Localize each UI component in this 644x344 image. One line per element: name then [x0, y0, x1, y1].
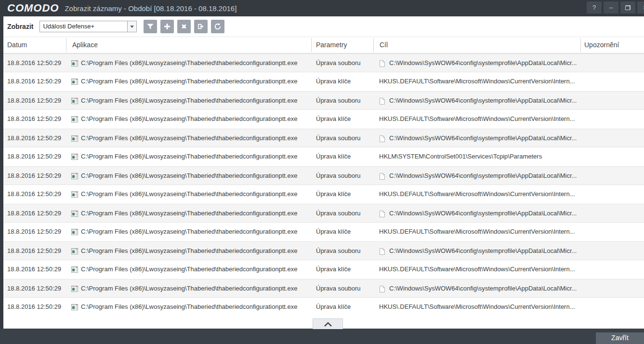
- column-header-aplikace[interactable]: Aplikace: [72, 41, 98, 49]
- datum-cell: 18.8.2016 12:50:29: [7, 223, 65, 241]
- close-window-button[interactable]: ×: [637, 1, 644, 13]
- file-icon: [379, 210, 385, 218]
- parametry-cell: Úprava klíče: [316, 72, 373, 91]
- table-row[interactable]: 18.8.2016 12:50:29 C:\Program Files (x86…: [3, 147, 644, 166]
- log-type-dropdown-value: Události Defense+: [40, 21, 127, 32]
- add-button[interactable]: [160, 20, 174, 33]
- parametry-cell: Úprava souboru: [316, 129, 373, 147]
- chevron-down-icon[interactable]: [127, 21, 136, 32]
- file-icon: [379, 248, 385, 255]
- datum-cell: 18.8.2016 12:50:29: [7, 92, 65, 109]
- column-header-datum[interactable]: Datum: [7, 41, 27, 49]
- application-icon: [71, 304, 78, 310]
- datum-cell: 18.8.2016 12:50:29: [7, 54, 65, 72]
- table-row[interactable]: 18.8.2016 12:50:29 C:\Program Files (x86…: [3, 204, 644, 223]
- aplikace-cell: C:\Program Files (x86)\Lwosyzaseing\Thab…: [81, 110, 311, 129]
- log-type-dropdown[interactable]: Události Defense+: [39, 21, 137, 32]
- application-icon: [71, 229, 78, 235]
- cil-cell: HKLM\SYSTEM\ControlSet001\Services\Tcpip…: [379, 147, 581, 166]
- file-icon: [379, 97, 385, 105]
- collapse-panel-button[interactable]: [313, 318, 343, 329]
- datum-cell: 18.8.2016 12:50:29: [7, 72, 65, 91]
- cil-cell: HKUS\.DEFAULT\Software\Microsoft\Windows…: [379, 223, 581, 241]
- table-row[interactable]: 18.8.2016 12:50:29 C:\Program Files (x86…: [3, 72, 644, 91]
- column-header-cil[interactable]: Cíl: [380, 41, 388, 49]
- upozorneni-cell: [584, 147, 644, 166]
- cil-cell: C:\Windows\SysWOW64\config\systemprofile…: [389, 129, 581, 147]
- aplikace-cell: C:\Program Files (x86)\Lwosyzaseing\Thab…: [81, 279, 311, 297]
- table-row[interactable]: 18.8.2016 12:50:29 C:\Program Files (x86…: [3, 166, 644, 185]
- remove-button[interactable]: [177, 20, 191, 33]
- table-row[interactable]: 18.8.2016 12:50:29 C:\Program Files (x86…: [3, 91, 644, 110]
- column-divider: [580, 38, 581, 52]
- datum-cell: 18.8.2016 12:50:29: [7, 129, 65, 147]
- application-icon: [71, 248, 78, 254]
- cil-cell: HKUS\.DEFAULT\Software\Microsoft\Windows…: [379, 110, 581, 129]
- application-icon: [71, 173, 78, 179]
- aplikace-cell: C:\Program Files (x86)\Lwosyzaseing\Thab…: [81, 260, 311, 279]
- close-dialog-button[interactable]: Zavřít: [596, 332, 644, 344]
- datum-cell: 18.8.2016 12:50:29: [7, 204, 65, 222]
- parametry-cell: Úprava klíče: [316, 147, 373, 166]
- parametry-cell: Úprava klíče: [316, 260, 373, 279]
- show-label: Zobrazit: [7, 23, 33, 30]
- column-header-parametry[interactable]: Parametry: [316, 41, 347, 49]
- log-table: 18.8.2016 12:50:29 C:\Program Files (x86…: [3, 53, 644, 317]
- cil-cell: HKUS\.DEFAULT\Software\Microsoft\Windows…: [379, 260, 581, 279]
- cil-cell: C:\Windows\SysWOW64\config\systemprofile…: [389, 204, 581, 222]
- refresh-button[interactable]: [211, 20, 224, 33]
- aplikace-cell: C:\Program Files (x86)\Lwosyzaseing\Thab…: [81, 54, 311, 72]
- upozorneni-cell: [584, 279, 644, 297]
- comodo-logo: COMODO: [7, 0, 59, 16]
- window-title: Zobrazit záznamy - Období [08.18.2016 - …: [65, 4, 237, 13]
- titlebar: COMODO Zobrazit záznamy - Období [08.18.…: [0, 0, 644, 16]
- window-frame-edge: [0, 16, 3, 344]
- restore-button[interactable]: [620, 1, 635, 13]
- file-icon: [379, 285, 385, 293]
- aplikace-cell: C:\Program Files (x86)\Lwosyzaseing\Thab…: [81, 298, 311, 317]
- parametry-cell: Úprava klíče: [316, 185, 373, 204]
- column-header-upozorneni[interactable]: Upozornění: [584, 41, 619, 49]
- table-row[interactable]: 18.8.2016 12:50:29 C:\Program Files (x86…: [3, 53, 644, 72]
- application-icon: [71, 60, 78, 66]
- export-icon: [197, 22, 205, 31]
- parametry-cell: Úprava klíče: [316, 110, 373, 129]
- window-controls: ? – ×: [587, 1, 644, 13]
- cil-cell: C:\Windows\SysWOW64\config\systemprofile…: [389, 54, 581, 72]
- table-row[interactable]: 18.8.2016 12:50:29 C:\Program Files (x86…: [3, 241, 644, 260]
- restore-icon: [625, 5, 631, 10]
- minimize-button[interactable]: –: [604, 1, 618, 13]
- aplikace-cell: C:\Program Files (x86)\Lwosyzaseing\Thab…: [81, 242, 311, 260]
- table-row[interactable]: 18.8.2016 12:50:29 C:\Program Files (x86…: [3, 260, 644, 279]
- cil-cell: C:\Windows\SysWOW64\config\systemprofile…: [389, 279, 581, 297]
- parametry-cell: Úprava souboru: [316, 92, 373, 109]
- file-icon: [379, 60, 385, 67]
- file-icon: [379, 172, 385, 180]
- table-row[interactable]: 18.8.2016 12:50:29 C:\Program Files (x86…: [3, 279, 644, 298]
- table-row[interactable]: 18.8.2016 12:50:29 C:\Program Files (x86…: [3, 129, 644, 147]
- table-row[interactable]: 18.8.2016 12:50:29 C:\Program Files (x86…: [3, 185, 644, 204]
- table-row[interactable]: 18.8.2016 12:50:29 C:\Program Files (x86…: [3, 223, 644, 241]
- refresh-icon: [213, 22, 222, 31]
- datum-cell: 18.8.2016 12:50:29: [7, 110, 65, 129]
- cil-cell: HKUS\.DEFAULT\Software\Microsoft\Windows…: [379, 185, 581, 204]
- filter-button[interactable]: [144, 20, 157, 33]
- aplikace-cell: C:\Program Files (x86)\Lwosyzaseing\Thab…: [81, 92, 311, 109]
- table-row[interactable]: 18.8.2016 12:50:29 C:\Program Files (x86…: [3, 298, 644, 317]
- datum-cell: 18.8.2016 12:50:29: [7, 185, 65, 204]
- upozorneni-cell: [584, 110, 644, 129]
- file-icon: [379, 135, 385, 143]
- table-row[interactable]: 18.8.2016 12:50:29 C:\Program Files (x86…: [3, 110, 644, 129]
- upozorneni-cell: [584, 54, 644, 72]
- parametry-cell: Úprava klíče: [316, 223, 373, 241]
- upozorneni-cell: [584, 204, 644, 222]
- datum-cell: 18.8.2016 12:50:29: [7, 260, 65, 279]
- cil-cell: C:\Windows\SysWOW64\config\systemprofile…: [389, 242, 581, 260]
- aplikace-cell: C:\Program Files (x86)\Lwosyzaseing\Thab…: [81, 204, 311, 222]
- cil-cell: C:\Windows\SysWOW64\config\systemprofile…: [389, 167, 581, 185]
- help-button[interactable]: ?: [587, 1, 602, 13]
- application-icon: [71, 154, 78, 160]
- export-button[interactable]: [194, 20, 208, 33]
- application-icon: [71, 116, 78, 122]
- aplikace-cell: C:\Program Files (x86)\Lwosyzaseing\Thab…: [81, 223, 311, 241]
